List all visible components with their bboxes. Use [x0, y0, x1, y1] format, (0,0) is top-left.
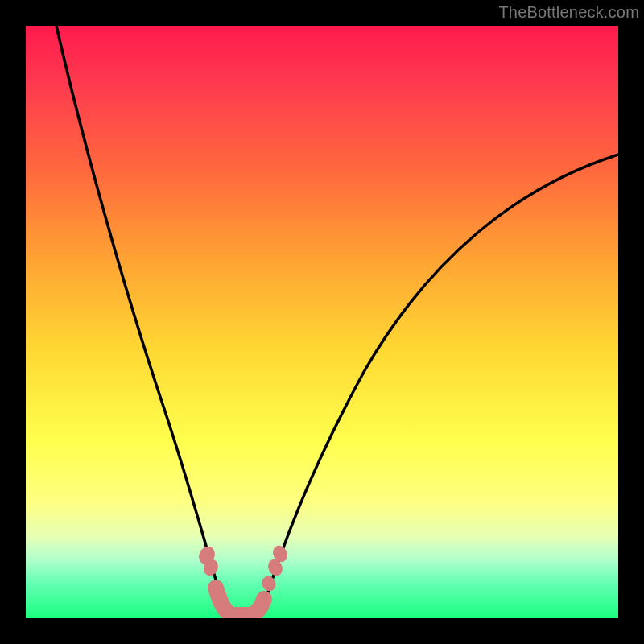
- marker-cluster: [197, 543, 290, 615]
- curve-right-branch: [264, 155, 618, 605]
- plot-area: [26, 26, 618, 618]
- watermark-label: TheBottleneck.com: [498, 3, 639, 22]
- curve-left-branch: [56, 26, 223, 605]
- svg-point-2: [260, 574, 278, 592]
- chart-frame: TheBottleneck.com: [0, 0, 644, 644]
- bottleneck-curve: [26, 26, 618, 618]
